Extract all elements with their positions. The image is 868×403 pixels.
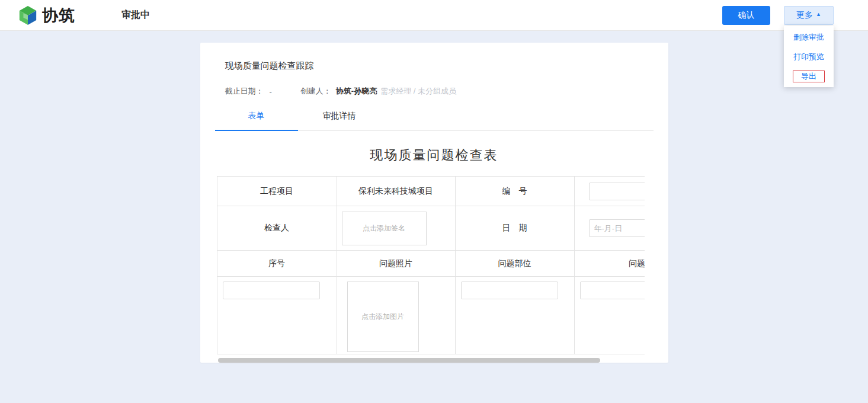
meta-row: 截止日期： - 创建人： 协筑-孙晓亮 需求经理 / 未分组成员 — [225, 86, 643, 97]
photo-upload-box[interactable]: 点击添加图片 — [347, 282, 419, 352]
confirm-button[interactable]: 确认 — [722, 6, 770, 25]
more-dropdown-menu: 删除审批 打印预览 导出 — [784, 26, 834, 87]
date-input[interactable] — [589, 219, 645, 237]
header-description: 问题描述 — [574, 251, 645, 277]
photo-cell: 点击添加图片 — [337, 277, 455, 354]
menu-item-delete-approval[interactable]: 删除审批 — [784, 27, 834, 47]
tab-form[interactable]: 表单 — [215, 106, 298, 130]
table-row: 工程项目 保利未来科技城项目 编 号 — [217, 177, 645, 206]
number-cell — [574, 177, 645, 206]
header-photo: 问题照片 — [337, 251, 455, 277]
tab-bar: 表单 审批详情 — [215, 106, 654, 131]
page-title: 审批中 — [121, 9, 150, 21]
creator-name: 协筑-孙晓亮 — [336, 86, 377, 97]
menu-item-export[interactable]: 导出 — [784, 66, 834, 86]
header-serial: 序号 — [217, 251, 337, 277]
table-header-row: 序号 问题照片 问题部位 问题描述 — [217, 251, 645, 277]
logo-text: 协筑 — [42, 5, 75, 26]
export-annotation-box: 导出 — [793, 71, 825, 82]
number-label: 编 号 — [455, 177, 574, 206]
horizontal-scrollbar-thumb[interactable] — [218, 358, 600, 363]
horizontal-scrollbar-track — [217, 358, 645, 363]
deadline-label: 截止日期： — [225, 86, 264, 97]
tab-approval-detail[interactable]: 审批详情 — [298, 106, 381, 130]
menu-item-print-preview[interactable]: 打印预览 — [784, 47, 834, 66]
form-table: 工程项目 保利未来科技城项目 编 号 检查人 点击添加签名 日 期 — [217, 176, 645, 354]
form-title: 现场质量问题检查表 — [200, 146, 668, 164]
inspector-label: 检查人 — [217, 206, 337, 251]
table-row: 点击添加图片 — [217, 277, 645, 354]
approval-detail-card: 现场质量问题检查跟踪 截止日期： - 创建人： 协筑-孙晓亮 需求经理 / 未分… — [200, 43, 668, 363]
serial-cell — [217, 277, 337, 354]
location-cell — [455, 277, 574, 354]
date-cell — [574, 206, 645, 251]
signature-upload-box[interactable]: 点击添加签名 — [342, 212, 427, 245]
date-label: 日 期 — [455, 206, 574, 251]
more-button[interactable]: 更多 ▲ — [784, 6, 834, 25]
topbar: 协筑 审批中 确认 更多 ▲ — [0, 0, 868, 31]
location-input[interactable] — [461, 282, 558, 299]
creator-label: 创建人： — [300, 86, 331, 97]
approval-title: 现场质量问题检查跟踪 — [200, 43, 668, 72]
project-label: 工程项目 — [217, 177, 337, 206]
number-input[interactable] — [589, 183, 645, 200]
topbar-actions: 确认 更多 ▲ — [722, 6, 834, 25]
serial-input[interactable] — [223, 282, 320, 299]
chevron-up-icon: ▲ — [816, 12, 821, 17]
header-location: 问题部位 — [455, 251, 574, 277]
deadline-value: - — [270, 87, 272, 96]
logo-icon — [18, 5, 38, 25]
form-table-wrapper: 工程项目 保利未来科技城项目 编 号 检查人 点击添加签名 日 期 — [217, 176, 645, 354]
description-cell — [574, 277, 645, 354]
description-input[interactable] — [580, 282, 645, 299]
creator-role: 需求经理 / 未分组成员 — [380, 86, 456, 97]
signature-cell: 点击添加签名 — [337, 206, 455, 251]
more-button-label: 更多 — [796, 10, 813, 21]
logo: 协筑 — [18, 5, 75, 26]
main-content: 现场质量问题检查跟踪 截止日期： - 创建人： 协筑-孙晓亮 需求经理 / 未分… — [0, 43, 868, 363]
project-value: 保利未来科技城项目 — [337, 177, 455, 206]
table-row: 检查人 点击添加签名 日 期 — [217, 206, 645, 251]
